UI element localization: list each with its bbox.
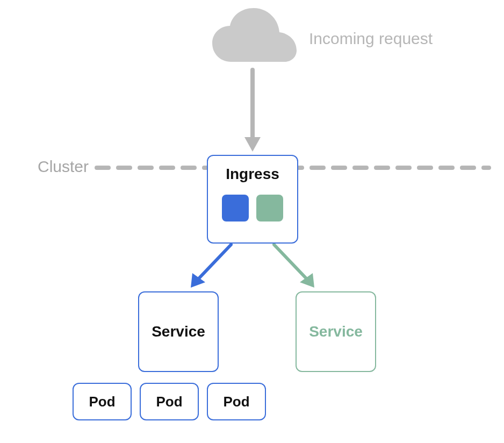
svg-marker-6 [300,273,314,288]
ingress-node: Ingress [207,155,298,244]
pod-3-label: Pod [223,394,249,410]
service-green-label: Service [309,323,363,340]
service-node-green: Service [296,291,376,372]
svg-line-5 [274,245,307,280]
route-chip-blue [222,195,249,222]
arrow-ingress-to-service-blue [191,245,231,288]
svg-marker-2 [244,137,261,152]
pod-node-2: Pod [140,383,199,420]
route-chip-green [256,195,283,222]
pod-2-label: Pod [156,394,182,410]
pod-node-3: Pod [207,383,266,420]
diagram-canvas: { "incoming_label": "Incoming request", … [0,0,504,443]
service-node-blue: Service [138,291,219,372]
cloud-icon [212,8,297,62]
cluster-label: Cluster [38,158,89,176]
svg-marker-4 [191,273,205,288]
pod-node-1: Pod [73,383,132,420]
svg-line-3 [198,245,231,280]
incoming-request-label: Incoming request [309,30,433,48]
ingress-route-chips [222,195,283,222]
pod-1-label: Pod [89,394,115,410]
ingress-label: Ingress [226,166,279,183]
arrow-incoming-to-ingress [244,70,261,152]
service-blue-label: Service [152,323,205,340]
arrow-ingress-to-service-green [274,245,314,288]
